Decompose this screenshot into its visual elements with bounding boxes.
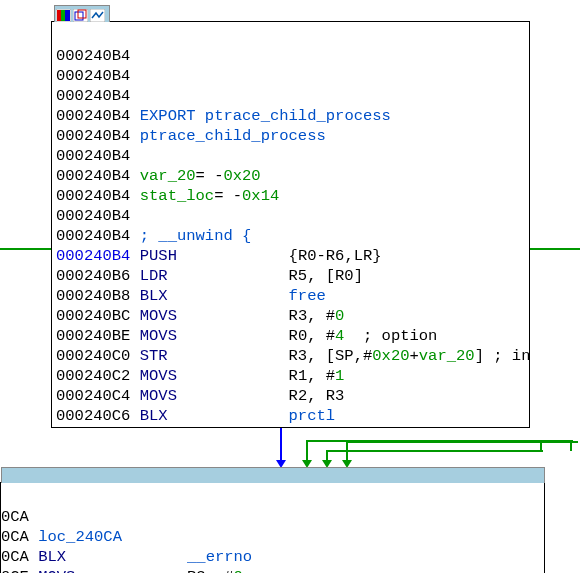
addr: 000240B4 bbox=[56, 47, 130, 65]
addr: 000240B6 bbox=[56, 267, 130, 285]
disassembly-block-loc[interactable]: 0CA 0CA loc_240CA 0CA BLX __errno 0CE MO… bbox=[0, 482, 545, 573]
mnemonic: STR bbox=[140, 347, 168, 365]
addr: 000240B4 bbox=[56, 207, 130, 225]
comment-text: ; option bbox=[344, 327, 437, 345]
operand: R2, R3 bbox=[289, 387, 345, 405]
number: 0 bbox=[335, 307, 344, 325]
symbol-name: ptrace_child_process bbox=[205, 107, 391, 125]
addr: 000240C2 bbox=[56, 367, 130, 385]
addr: 000240B4 bbox=[56, 87, 130, 105]
pad bbox=[168, 287, 289, 305]
pad bbox=[177, 367, 289, 385]
pad bbox=[177, 247, 289, 265]
number: 0x20 bbox=[372, 347, 409, 365]
mnemonic: BLX bbox=[140, 287, 168, 305]
operand: R1, # bbox=[289, 367, 336, 385]
operand: R3, [SP,# bbox=[289, 347, 373, 365]
pad bbox=[177, 307, 289, 325]
operand-call: free bbox=[289, 287, 326, 305]
addr: 000240BC bbox=[56, 307, 130, 325]
flow-edge-horizontal bbox=[326, 450, 543, 452]
operand: + bbox=[410, 347, 419, 365]
pad bbox=[75, 568, 187, 573]
mnemonic: BLX bbox=[140, 407, 168, 425]
addr: 000240B4 bbox=[56, 147, 130, 165]
pad bbox=[177, 387, 289, 405]
mnemonic: MOVS bbox=[140, 367, 177, 385]
addr: 000240B4 bbox=[56, 127, 130, 145]
loc-label: loc_240CA bbox=[38, 528, 122, 546]
operand: {R0-R6,LR} bbox=[289, 247, 382, 265]
symbol-name: ptrace_child_process bbox=[140, 127, 326, 145]
mnemonic: MOVS bbox=[140, 387, 177, 405]
comment-line: ; __unwind { bbox=[140, 227, 252, 245]
addr-link[interactable]: 000240B4 bbox=[56, 247, 130, 265]
pad bbox=[168, 407, 289, 425]
code-text-main: 000240B4 000240B4 000240B4 000240B4 EXPO… bbox=[52, 22, 529, 427]
titlebar-icon-2 bbox=[73, 8, 88, 21]
pad bbox=[168, 347, 289, 365]
var-ref: var_20 bbox=[419, 347, 475, 365]
addr: 000240C6 bbox=[56, 407, 130, 425]
operand-call: __errno bbox=[187, 548, 252, 566]
addr-frag: 0CE bbox=[1, 568, 29, 573]
svg-rect-1 bbox=[57, 10, 61, 21]
mnemonic: MOVS bbox=[140, 307, 177, 325]
addr: 000240C0 bbox=[56, 347, 130, 365]
addr: 000240B8 bbox=[56, 287, 130, 305]
eq-text: = - bbox=[196, 167, 224, 185]
flow-edge-horizontal bbox=[346, 441, 578, 443]
addr: 000240B4 bbox=[56, 227, 130, 245]
keyword-export: EXPORT bbox=[140, 107, 196, 125]
block-titlebar bbox=[54, 5, 110, 22]
mnemonic: PUSH bbox=[140, 247, 177, 265]
addr-frag: 0CA bbox=[1, 548, 29, 566]
var-decl: stat_loc bbox=[140, 187, 214, 205]
operand: ] ; int bbox=[475, 347, 529, 365]
addr-frag: 0CA bbox=[1, 528, 29, 546]
pad bbox=[66, 548, 187, 566]
svg-rect-2 bbox=[61, 10, 65, 21]
operand: R3, # bbox=[289, 307, 336, 325]
number: 4 bbox=[335, 327, 344, 345]
operand: R5, [R0] bbox=[289, 267, 363, 285]
number: 0x20 bbox=[223, 167, 260, 185]
mnemonic: BLX bbox=[38, 548, 66, 566]
operand-call: prctl bbox=[289, 407, 336, 425]
addr: 000240C4 bbox=[56, 387, 130, 405]
addr-frag: 0CA bbox=[1, 508, 29, 526]
code-text-loc: 0CA 0CA loc_240CA 0CA BLX __errno 0CE MO… bbox=[1, 483, 544, 573]
number: 1 bbox=[335, 367, 344, 385]
operand: R3, # bbox=[187, 568, 234, 573]
var-decl: var_20 bbox=[140, 167, 196, 185]
addr: 000240B4 bbox=[56, 107, 130, 125]
svg-rect-3 bbox=[65, 10, 70, 21]
addr: 000240BE bbox=[56, 327, 130, 345]
pad bbox=[168, 267, 289, 285]
number: 0 bbox=[234, 568, 243, 573]
block-titlebar bbox=[1, 467, 545, 483]
addr: 000240B4 bbox=[56, 167, 130, 185]
pad bbox=[177, 327, 289, 345]
disassembly-block-main[interactable]: 000240B4 000240B4 000240B4 000240B4 EXPO… bbox=[51, 21, 530, 428]
addr: 000240B4 bbox=[56, 67, 130, 85]
operand: R0, # bbox=[289, 327, 336, 345]
number: 0x14 bbox=[242, 187, 279, 205]
mnemonic: LDR bbox=[140, 267, 168, 285]
titlebar-icon-3 bbox=[90, 8, 105, 21]
mnemonic: MOVS bbox=[38, 568, 75, 573]
mnemonic: MOVS bbox=[140, 327, 177, 345]
eq-text: = - bbox=[214, 187, 242, 205]
titlebar-icon-1 bbox=[56, 8, 71, 21]
addr: 000240B4 bbox=[56, 187, 130, 205]
